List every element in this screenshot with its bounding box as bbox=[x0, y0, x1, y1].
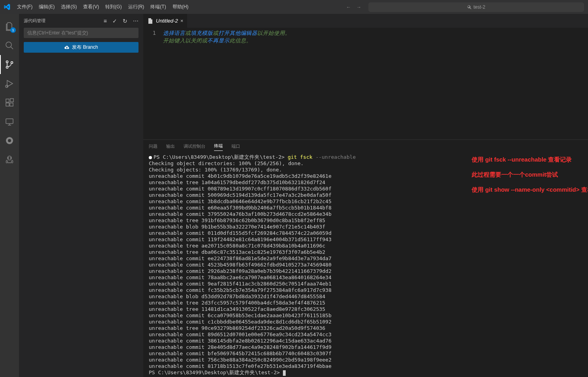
annotation-3: 使用 git show --name-only <commitid> 查看特征 bbox=[472, 187, 588, 193]
file-icon bbox=[147, 18, 154, 24]
activity-explorer[interactable]: 1 bbox=[0, 17, 19, 36]
sidebar: 源代码管理 ≡ ✓ ↻ ⋯ 发布 Branch bbox=[19, 14, 143, 377]
svg-rect-9 bbox=[6, 119, 13, 124]
svg-point-11 bbox=[8, 139, 11, 142]
panel-tab-problems[interactable]: 问题 bbox=[149, 142, 157, 151]
svg-rect-5 bbox=[6, 99, 9, 102]
line-numbers: 1 bbox=[143, 29, 163, 139]
svg-point-14 bbox=[10, 158, 11, 158]
refresh-icon[interactable]: ↻ bbox=[123, 18, 127, 24]
menu-terminal[interactable]: 终端(T) bbox=[147, 0, 169, 14]
svg-rect-8 bbox=[10, 99, 13, 102]
panel-tabs: 问题 输出 调试控制台 终端 端口 bbox=[143, 140, 588, 152]
nav-forward-icon[interactable]: → bbox=[357, 4, 361, 10]
scm-content: 发布 Branch bbox=[19, 28, 143, 53]
editor-content[interactable]: 选择语言或填充模版或打开其他编辑器以开始使用。 开始键入以关闭或不再显示此信息。 bbox=[163, 29, 588, 139]
svg-rect-7 bbox=[10, 103, 13, 106]
svg-point-1 bbox=[6, 61, 8, 63]
cloud-upload-icon bbox=[64, 45, 70, 50]
nav-back-icon[interactable]: ← bbox=[346, 4, 351, 10]
sidebar-header: 源代码管理 ≡ ✓ ↻ ⋯ bbox=[19, 14, 143, 28]
publish-label: 发布 Branch bbox=[72, 44, 98, 51]
menu-view[interactable]: 查看(V) bbox=[80, 0, 102, 14]
activity-bar: 1 bbox=[0, 14, 19, 377]
nav-arrows: ← → bbox=[339, 4, 368, 10]
annotation-2: 此过程需要一个一个commit尝试 bbox=[472, 171, 588, 178]
bottom-panel: 问题 输出 调试控制台 终端 端口 PS C:\Users\83499\Desk… bbox=[143, 139, 588, 377]
svg-point-13 bbox=[8, 158, 9, 158]
svg-point-3 bbox=[11, 62, 13, 64]
vscode-logo-icon bbox=[0, 4, 14, 10]
menu-run[interactable]: 运行(R) bbox=[125, 0, 148, 14]
menu-file[interactable]: 文件(F) bbox=[14, 0, 36, 14]
annotation-1: 使用 git fsck --unreachable 查看记录 bbox=[472, 156, 588, 163]
terminal-output: PS C:\Users\83499\Desktop\新建文件夹\test-2> … bbox=[149, 154, 356, 375]
menubar: 文件(F) 编辑(E) 选择(S) 查看(V) 转到(G) 运行(R) 终端(T… bbox=[14, 0, 192, 14]
sidebar-actions: ≡ ✓ ↻ ⋯ bbox=[104, 18, 138, 24]
editor-tabs: Untitled-2 × bbox=[143, 14, 588, 28]
search-text: test-2 bbox=[473, 4, 485, 10]
activity-scm[interactable] bbox=[0, 55, 19, 74]
close-icon[interactable]: × bbox=[180, 18, 184, 24]
dont-show-link[interactable]: 不再显示 bbox=[207, 37, 230, 44]
activity-copilot[interactable] bbox=[0, 150, 19, 169]
commit-check-icon[interactable]: ✓ bbox=[112, 18, 117, 24]
panel-tab-ports[interactable]: 端口 bbox=[231, 142, 240, 151]
terminal[interactable]: PS C:\Users\83499\Desktop\新建文件夹\test-2> … bbox=[143, 152, 588, 377]
view-tree-icon[interactable]: ≡ bbox=[104, 18, 107, 24]
menu-go[interactable]: 转到(G) bbox=[102, 0, 125, 14]
activity-browser[interactable] bbox=[0, 131, 19, 150]
panel-tab-output[interactable]: 输出 bbox=[166, 142, 175, 151]
open-other-editor-link[interactable]: 打开其他编辑器 bbox=[218, 30, 257, 36]
panel-tab-debug[interactable]: 调试控制台 bbox=[184, 142, 205, 151]
select-language-link[interactable]: 选择语言 bbox=[163, 30, 185, 36]
commit-message-input[interactable] bbox=[24, 28, 138, 38]
command-center[interactable]: test-2 bbox=[368, 2, 584, 12]
main-layout: 1 源代码管理 ≡ ✓ ↻ ⋯ bbox=[0, 14, 588, 377]
sidebar-title: 源代码管理 bbox=[24, 18, 46, 24]
activity-extensions[interactable] bbox=[0, 93, 19, 112]
editor-body[interactable]: 1 选择语言或填充模版或打开其他编辑器以开始使用。 开始键入以关闭或不再显示此信… bbox=[143, 28, 588, 139]
tab-untitled-2[interactable]: Untitled-2 × bbox=[143, 14, 188, 28]
fill-template-link[interactable]: 填充模版 bbox=[191, 30, 213, 36]
svg-point-0 bbox=[6, 42, 11, 48]
tab-label: Untitled-2 bbox=[156, 18, 178, 24]
activity-search[interactable] bbox=[0, 36, 19, 55]
editor-area: Untitled-2 × 1 选择语言或填充模版或打开其他编辑器以开始使用。 开… bbox=[143, 14, 588, 377]
activity-remote[interactable] bbox=[0, 112, 19, 131]
more-icon[interactable]: ⋯ bbox=[133, 18, 138, 24]
annotation-overlay: 使用 git fsck --unreachable 查看记录 此过程需要一个一个… bbox=[472, 156, 588, 202]
menu-edit[interactable]: 编辑(E) bbox=[36, 0, 58, 14]
svg-rect-6 bbox=[6, 103, 9, 106]
panel-tab-terminal[interactable]: 终端 bbox=[214, 141, 223, 151]
svg-point-2 bbox=[6, 67, 8, 69]
titlebar: 文件(F) 编辑(E) 选择(S) 查看(V) 转到(G) 运行(R) 终端(T… bbox=[0, 0, 588, 14]
menu-help[interactable]: 帮助(H) bbox=[169, 0, 192, 14]
activity-debug[interactable] bbox=[0, 74, 19, 93]
explorer-badge: 1 bbox=[10, 27, 16, 33]
publish-branch-button[interactable]: 发布 Branch bbox=[24, 42, 138, 53]
menu-selection[interactable]: 选择(S) bbox=[58, 0, 80, 14]
